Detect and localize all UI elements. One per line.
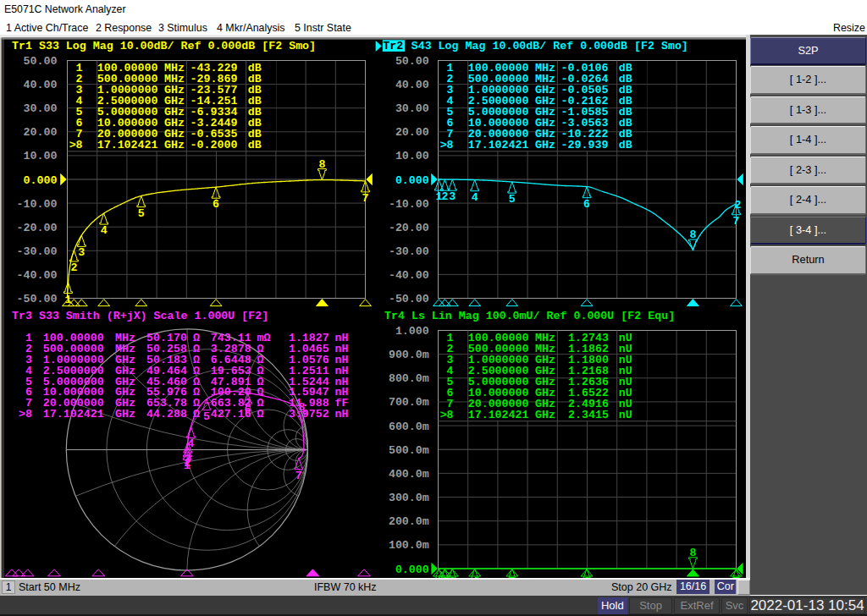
svg-text:10.00: 10.00 — [395, 150, 429, 162]
svg-text:4: 4 — [188, 437, 195, 450]
svg-text:30.00: 30.00 — [24, 102, 58, 115]
svg-text:300.0m: 300.0m — [389, 492, 429, 504]
svg-text:3.9752: 3.9752 — [289, 408, 329, 421]
svg-text:dB: dB — [619, 139, 632, 151]
svg-text:0.000: 0.000 — [395, 564, 429, 576]
svg-text:7: 7 — [733, 215, 740, 228]
svg-text:3: 3 — [449, 190, 456, 203]
svg-text:nH: nH — [335, 408, 349, 421]
svg-text:-30.00: -30.00 — [17, 245, 58, 258]
svg-text:-10.00: -10.00 — [17, 198, 58, 211]
svg-text:7: 7 — [295, 470, 302, 482]
svg-text:3: 3 — [185, 453, 191, 465]
svg-text:200.0m: 200.0m — [389, 515, 429, 528]
svg-text:40.00: 40.00 — [24, 79, 58, 91]
svg-text:-50.00: -50.00 — [17, 293, 58, 305]
svg-text:-29.939: -29.939 — [561, 139, 609, 151]
svg-text:17.102421: 17.102421 — [468, 409, 529, 421]
svg-text:Tr1 S33 Log Mag 10.00dB/ Ref 0: Tr1 S33 Log Mag 10.00dB/ Ref 0.000dB [F2… — [12, 40, 316, 52]
svg-text:800.0m: 800.0m — [389, 372, 429, 385]
svg-text:Tr3 S33 Smith (R+jX) Scale 1.0: Tr3 S33 Smith (R+jX) Scale 1.000U [F2] — [12, 310, 268, 322]
svg-text:-20.00: -20.00 — [389, 222, 429, 234]
svg-text:17.102421: 17.102421 — [97, 139, 158, 151]
svg-text:>8: >8 — [19, 408, 32, 421]
svg-text:1.000: 1.000 — [395, 325, 429, 338]
svg-text:Ω: Ω — [257, 408, 264, 421]
svg-text:8: 8 — [299, 401, 306, 414]
svg-text:5: 5 — [509, 193, 516, 206]
svg-text:GHz: GHz — [535, 409, 555, 421]
svg-text:44.288: 44.288 — [146, 408, 187, 421]
svg-text:5: 5 — [203, 410, 210, 423]
svg-text:6: 6 — [213, 198, 219, 211]
svg-text:-0.2000: -0.2000 — [191, 139, 238, 151]
svg-text:nU: nU — [619, 409, 632, 421]
svg-text:900.0m: 900.0m — [389, 349, 429, 361]
svg-text:4: 4 — [101, 224, 108, 237]
svg-text:-30.00: -30.00 — [389, 245, 429, 258]
svg-text:8: 8 — [318, 158, 325, 171]
svg-text:4: 4 — [472, 191, 478, 204]
svg-text:GHz: GHz — [115, 408, 135, 421]
svg-text:0.000: 0.000 — [24, 174, 58, 187]
svg-text:Tr4 Ls Lin Mag 100.0mU/ Ref 0.: Tr4 Ls Lin Mag 100.0mU/ Ref 0.000U [F2 E… — [384, 310, 675, 322]
svg-text:2: 2 — [735, 199, 742, 212]
svg-text:>8: >8 — [69, 139, 83, 151]
svg-text:600.0m: 600.0m — [389, 421, 429, 433]
svg-text:700.0m: 700.0m — [389, 396, 429, 409]
svg-text:>8: >8 — [440, 139, 454, 151]
svg-text:40.00: 40.00 — [395, 79, 429, 91]
svg-text:0.000: 0.000 — [395, 174, 429, 187]
svg-text:-50.00: -50.00 — [389, 293, 429, 305]
svg-text:2: 2 — [441, 190, 448, 203]
svg-text:17.102421: 17.102421 — [468, 139, 529, 151]
svg-text:2: 2 — [70, 261, 77, 274]
svg-text:2.3415: 2.3415 — [568, 409, 609, 421]
svg-text:dB: dB — [248, 139, 262, 151]
svg-text:17.102421: 17.102421 — [43, 408, 104, 421]
svg-text:>8: >8 — [440, 409, 454, 421]
svg-text:20.00: 20.00 — [24, 126, 58, 139]
svg-text:Ω: Ω — [193, 408, 200, 421]
svg-text:20.00: 20.00 — [395, 126, 429, 139]
svg-text:-40.00: -40.00 — [17, 269, 58, 282]
svg-text:10.00: 10.00 — [24, 150, 58, 162]
svg-text:6: 6 — [245, 404, 251, 416]
svg-text:8: 8 — [689, 547, 696, 559]
svg-text:5: 5 — [138, 207, 145, 220]
svg-text:30.00: 30.00 — [395, 102, 429, 115]
svg-text:400.0m: 400.0m — [389, 468, 429, 481]
svg-text:GHz: GHz — [164, 139, 185, 151]
svg-text:7: 7 — [362, 192, 369, 205]
svg-text:100.0m: 100.0m — [389, 539, 429, 552]
svg-text:3: 3 — [78, 246, 85, 259]
svg-text:-10.00: -10.00 — [389, 198, 429, 211]
svg-text:S43 Log Mag 10.00dB/ Ref 0.000: S43 Log Mag 10.00dB/ Ref 0.000dB [F2 Smo… — [411, 40, 688, 52]
svg-text:500.0m: 500.0m — [389, 444, 429, 457]
svg-text:GHz: GHz — [535, 139, 555, 151]
svg-text:Tr2: Tr2 — [383, 40, 403, 52]
svg-text:8: 8 — [689, 228, 696, 241]
svg-text:-20.00: -20.00 — [17, 222, 58, 234]
svg-text:50.00: 50.00 — [395, 55, 429, 68]
svg-text:50.00: 50.00 — [24, 55, 58, 68]
svg-text:-40.00: -40.00 — [389, 269, 429, 282]
svg-text:6: 6 — [583, 198, 590, 211]
